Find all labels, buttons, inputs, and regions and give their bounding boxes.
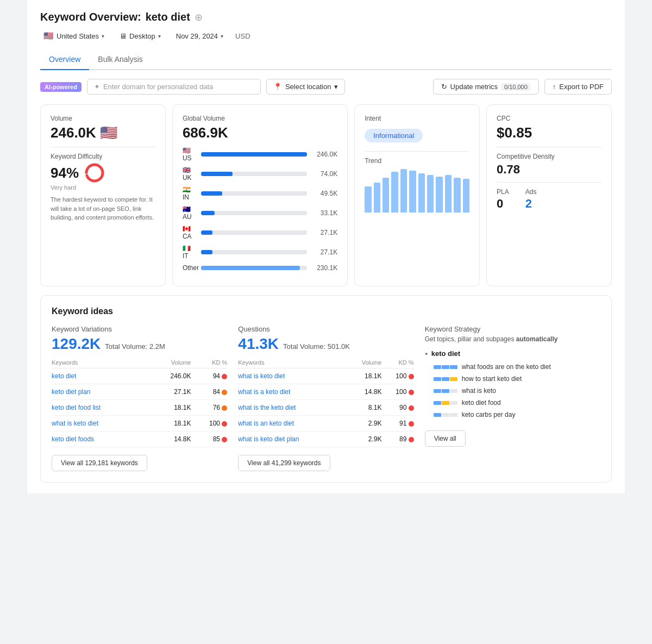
- global-volume-row: 🇦🇺 AU 33.1K: [183, 205, 337, 221]
- kd-cell: 84: [191, 384, 228, 400]
- keyword-link[interactable]: what is a keto diet: [238, 388, 290, 396]
- device-selector[interactable]: 🖥 Desktop ▾: [116, 30, 164, 42]
- strategy-item: how to start keto diet: [425, 375, 600, 383]
- questions-kw-header: Keywords: [238, 357, 346, 368]
- ads-label: Ads: [525, 188, 537, 196]
- volume-bar-container: [201, 152, 307, 157]
- volume-value: 246.0K 🇺🇸: [51, 124, 155, 141]
- country-flag: 🇦🇺 AU: [183, 205, 198, 221]
- tab-overview[interactable]: Overview: [40, 51, 89, 70]
- trend-bar: [445, 175, 452, 212]
- export-pdf-button[interactable]: ↑ Export to PDF: [544, 79, 612, 95]
- strategy-item-label: keto carbs per day: [462, 411, 516, 418]
- global-volume-value: 686.9K: [183, 124, 337, 141]
- ai-badge: AI-powered: [40, 82, 82, 92]
- table-row: keto diet plan 27.1K 84: [52, 384, 227, 400]
- tab-bulk-analysis[interactable]: Bulk Analysis: [89, 51, 151, 70]
- trend-label: Trend: [365, 157, 469, 165]
- volume-bar-fill: [201, 266, 300, 270]
- location-chevron: ▾: [102, 33, 104, 39]
- questions-total: Total Volume: 501.0K: [283, 342, 350, 351]
- strategy-bar: [434, 413, 457, 417]
- device-icon: 🖥: [120, 32, 127, 40]
- location-select[interactable]: 📍 Select location ▾: [266, 79, 346, 95]
- trend-bar: [427, 175, 434, 212]
- intent-trend-card: Intent Informational Trend: [354, 104, 480, 286]
- keyword-link[interactable]: what is an keto diet: [238, 420, 294, 427]
- date-selector[interactable]: Nov 29, 2024 ▾: [173, 30, 227, 42]
- strategy-item-label: what is keto: [462, 387, 496, 395]
- page-title-prefix: Keyword Overview:: [40, 11, 141, 23]
- keyword-link[interactable]: what is keto diet: [238, 372, 285, 380]
- domain-input-placeholder: Enter domain for personalized data: [103, 83, 213, 91]
- volume-cell: 8.1K: [346, 400, 381, 416]
- domain-input-container[interactable]: ✦ Enter domain for personalized data: [87, 79, 261, 95]
- strategy-root-keyword: keto diet: [425, 349, 600, 358]
- keyword-questions-col: Questions 41.3K Total Volume: 501.0K Key…: [238, 325, 413, 471]
- table-row: what is the keto diet 8.1K 90: [238, 400, 413, 416]
- global-volume-label: Global Volume: [183, 115, 337, 122]
- keyword-link[interactable]: keto diet plan: [52, 388, 90, 396]
- strategy-desc: Get topics, pillar and subpages automati…: [425, 335, 600, 343]
- keyword-name: keto diet: [146, 11, 190, 23]
- comp-density-label: Competitive Density: [497, 153, 601, 160]
- kd-difficulty-desc: Very hard: [51, 184, 155, 191]
- kd-explanation: The hardest keyword to compete for. It w…: [51, 195, 155, 222]
- table-row: what is a keto diet 14.8K 100: [238, 384, 413, 400]
- volume-cell: 18.1K: [149, 416, 191, 432]
- kd-label: Keyword Difficulty: [51, 153, 155, 160]
- cpc-card: CPC $0.85 Competitive Density 0.78 PLA 0…: [486, 104, 612, 286]
- trend-chart: [365, 169, 469, 212]
- add-keyword-icon[interactable]: ⊕: [195, 11, 203, 23]
- volume-bar-value: 246.0K: [310, 151, 337, 158]
- trend-bar: [436, 177, 442, 212]
- kd-cell: 90: [381, 400, 413, 416]
- toolbar: AI-powered ✦ Enter domain for personaliz…: [40, 79, 612, 95]
- keyword-link[interactable]: what is keto diet: [52, 420, 98, 427]
- country-flag: 🇺🇸 US: [183, 147, 198, 162]
- volume-bar-value: 74.0K: [310, 170, 337, 178]
- currency-label: USD: [235, 32, 250, 40]
- view-all-variations-button[interactable]: View all 129,181 keywords: [52, 455, 147, 471]
- trend-bar: [454, 178, 460, 212]
- keyword-link[interactable]: keto diet food list: [52, 404, 101, 411]
- strategy-item: what foods are on the keto diet: [425, 363, 600, 371]
- keyword-ideas-section: Keyword ideas Keyword Variations 129.2K …: [40, 295, 612, 483]
- questions-vol-header: Volume: [346, 357, 381, 368]
- global-volume-card: Global Volume 686.9K 🇺🇸 US 246.0K 🇬🇧 UK …: [172, 104, 348, 286]
- trend-bar: [383, 178, 389, 212]
- view-all-strategy-button[interactable]: View all: [425, 430, 466, 447]
- sparkle-icon: ✦: [94, 83, 100, 91]
- pla-value: 0: [497, 197, 509, 211]
- global-volume-row: 🇨🇦 CA 27.1K: [183, 225, 337, 240]
- questions-count: 41.3K: [238, 335, 279, 353]
- variations-total: Total Volume: 2.2M: [105, 342, 165, 351]
- keyword-ideas-title: Keyword ideas: [52, 307, 600, 316]
- kd-cell: 89: [381, 432, 413, 447]
- trend-bar: [391, 172, 398, 212]
- cpc-value: $0.85: [497, 124, 601, 141]
- table-row: what is an keto diet 2.9K 91: [238, 416, 413, 432]
- trend-bar: [463, 179, 469, 212]
- keyword-link[interactable]: keto diet: [52, 372, 76, 380]
- update-metrics-button[interactable]: ↻ Update metrics 0/10,000: [433, 79, 539, 95]
- pla-label: PLA: [497, 188, 509, 196]
- device-chevron: ▾: [158, 33, 161, 39]
- questions-col-title: Questions: [238, 325, 413, 333]
- keyword-ideas-grid: Keyword Variations 129.2K Total Volume: …: [52, 325, 600, 471]
- table-row: keto diet 246.0K 94: [52, 368, 227, 384]
- keyword-link[interactable]: what is the keto diet: [238, 404, 296, 411]
- view-all-questions-button[interactable]: View all 41,299 keywords: [238, 455, 330, 471]
- volume-bar-fill: [201, 230, 212, 235]
- location-selector[interactable]: 🇺🇸 United States ▾: [40, 29, 108, 43]
- update-metrics-label: Update metrics: [450, 83, 498, 91]
- keyword-link[interactable]: keto diet foods: [52, 435, 94, 443]
- strategy-bar: [434, 377, 457, 381]
- country-flag: 🇮🇳 IN: [183, 186, 198, 201]
- update-count: 0/10,000: [501, 83, 531, 91]
- volume-bar-value: 33.1K: [310, 209, 337, 217]
- intent-badge: Informational: [365, 129, 423, 142]
- questions-table: Keywords Volume KD % what is keto diet 1…: [238, 357, 413, 447]
- location-select-chevron: ▾: [334, 83, 338, 91]
- keyword-link[interactable]: what is keto diet plan: [238, 435, 299, 443]
